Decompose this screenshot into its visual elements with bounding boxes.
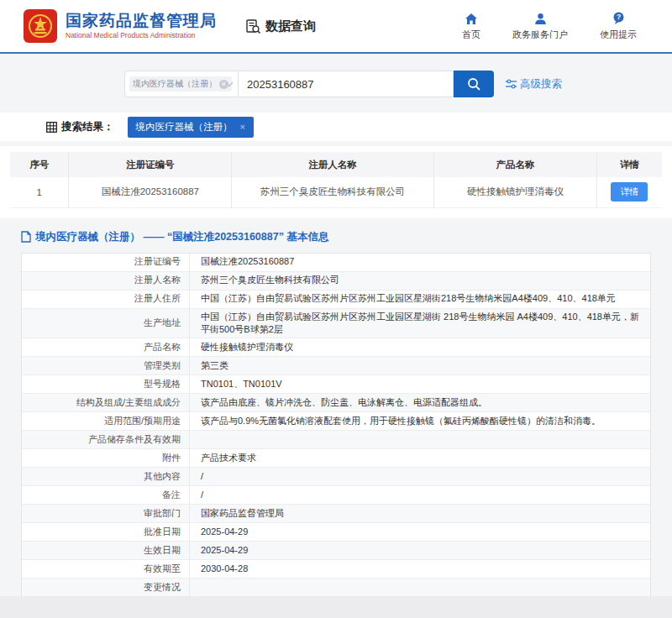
filter-tag-close-icon[interactable]: × — [240, 122, 245, 132]
search-input[interactable] — [239, 71, 454, 97]
nav-label-usage-tips: 使用提示 — [600, 29, 637, 41]
grid-icon — [46, 122, 57, 133]
detail-label: 备注 — [22, 486, 190, 504]
search-category-select[interactable]: 境内医疗器械（注册） × — [124, 71, 239, 97]
nav-item-home[interactable]: 首页 — [462, 11, 480, 41]
detail-row-change-status: 变更情况 — [22, 579, 650, 597]
detail-value: 国械注准20253160887 — [190, 254, 650, 271]
detail-label: 有效期至 — [22, 560, 190, 578]
document-icon — [21, 231, 31, 243]
detail-value: TN0101、TN0101V — [190, 375, 650, 393]
detail-value: 该产品由底座、镜片冲洗仓、防尘盖、电泳解离仓、电源适配器组成。 — [190, 394, 650, 411]
detail-row-other-content: 其他内容 / — [22, 468, 650, 486]
detail-label: 产品储存条件及有效期 — [22, 431, 190, 448]
detail-value: 2025-04-29 — [190, 542, 650, 559]
col-header-index: 序号 — [10, 152, 69, 177]
detail-value: / — [190, 468, 650, 485]
results-table: 序号 注册证编号 注册人名称 产品名称 详情 1 国械注准20253160887… — [10, 152, 662, 208]
detail-label: 审批部门 — [22, 505, 190, 522]
detail-row-reg-no: 注册证编号 国械注准20253160887 — [22, 254, 650, 272]
detail-label: 适用范围/预期用途 — [22, 412, 190, 430]
detail-label: 产品名称 — [22, 338, 190, 356]
detail-row-approval-dept: 审批部门 国家药品监督管理局 — [22, 505, 650, 523]
detail-row-management-class: 管理类别 第三类 — [22, 357, 650, 375]
site-title: 国家药品监督管理局 — [66, 12, 217, 30]
detail-label: 结构及组成/主要组成成分 — [22, 394, 190, 411]
col-header-product: 产品名称 — [433, 152, 596, 177]
cell-index: 1 — [10, 177, 69, 207]
detail-row-product-name: 产品名称 硬性接触镜护理消毒仪 — [22, 338, 650, 357]
detail-value: 国家药品监督管理局 — [190, 505, 650, 522]
col-header-detail: 详情 — [596, 152, 662, 177]
national-emblem-icon — [24, 9, 57, 43]
search-results-bar: 搜索结果： 境内医疗器械（注册） × — [0, 113, 672, 141]
detail-label: 其他内容 — [22, 468, 190, 485]
nav-item-usage-tips[interactable]: ? 使用提示 — [600, 11, 637, 41]
detail-value: 产品技术要求 — [190, 449, 650, 467]
module-data-query[interactable]: 数据查询 — [245, 18, 316, 34]
detail-value: 中国（江苏）自由贸易试验区苏州片区苏州工业园区星湖街218号生物纳米园A4楼40… — [190, 291, 650, 308]
detail-value: 硬性接触镜护理消毒仪 — [190, 338, 650, 356]
detail-label: 批准日期 — [22, 523, 190, 541]
nav-label-home: 首页 — [462, 29, 480, 41]
search-area: 境内医疗器械（注册） × 高级搜索 — [124, 71, 672, 97]
col-header-reg-no: 注册证编号 — [69, 152, 232, 177]
results-table-block: 序号 注册证编号 注册人名称 产品名称 详情 1 国械注准20253160887… — [0, 146, 672, 218]
results-bar-label: 搜索结果： — [61, 120, 114, 134]
header: 国家药品监督管理局 National Medical Products Admi… — [0, 0, 672, 54]
search-button[interactable] — [454, 71, 494, 97]
detail-row-expiry-date: 有效期至 2030-04-28 — [22, 560, 650, 579]
detail-label: 生效日期 — [22, 542, 190, 559]
hint-bubble-icon: ? — [612, 11, 625, 25]
detail-value — [190, 579, 650, 596]
results-filter-tag[interactable]: 境内医疗器械（注册） × — [128, 117, 254, 138]
module-label: 数据查询 — [265, 18, 316, 34]
detail-row-registrant-name: 注册人名称 苏州三个臭皮匠生物科技有限公司 — [22, 272, 650, 291]
filter-icon — [506, 79, 517, 89]
detail-row-model-spec: 型号规格 TN0101、TN0101V — [22, 375, 650, 394]
advanced-search-link[interactable]: 高级搜索 — [506, 77, 562, 92]
results-filter-tag-label: 境内医疗器械（注册） — [136, 121, 233, 134]
footer-band — [0, 596, 672, 618]
detail-label: 注册人名称 — [22, 272, 190, 290]
detail-label: 管理类别 — [22, 357, 190, 374]
detail-row-storage-validity: 产品储存条件及有效期 — [22, 431, 650, 449]
detail-row-production-address: 生产地址 中国（江苏）自由贸易试验区苏州片区苏州工业园区星湖街 218号生物纳米… — [22, 309, 650, 339]
basic-info-section-title: 境内医疗器械（注册） —— “国械注准20253160887” 基本信息 — [35, 230, 328, 244]
site-subtitle: National Medical Products Administration — [66, 32, 217, 40]
basic-info-section-header: 境内医疗器械（注册） —— “国械注准20253160887” 基本信息 — [21, 230, 672, 244]
nav-label-gov-portal: 政务服务门户 — [512, 29, 568, 41]
detail-label: 型号规格 — [22, 375, 190, 393]
header-nav: 首页 政务服务门户 ? 使用提示 — [462, 11, 637, 41]
detail-label: 注册人住所 — [22, 291, 190, 308]
col-header-registrant: 注册人名称 — [232, 152, 434, 177]
detail-row-intended-use: 适用范围/预期用途 该产品与0.9%无菌氯化钠溶液配套使用，用于硬性接触镜（氟硅… — [22, 412, 650, 431]
category-tag: 境内医疗器械（注册） × — [129, 76, 232, 92]
site-title-block: 国家药品监督管理局 National Medical Products Admi… — [66, 12, 217, 40]
cell-registrant: 苏州三个臭皮匠生物科技有限公司 — [232, 177, 434, 207]
detail-value: 2030-04-28 — [190, 560, 650, 578]
detail-value: 中国（江苏）自由贸易试验区苏州片区苏州工业园区星湖街 218号生物纳米园 A4楼… — [190, 309, 650, 338]
detail-value — [190, 431, 650, 448]
detail-value: 2025-04-29 — [190, 523, 650, 541]
detail-row-effective-date: 生效日期 2025-04-29 — [22, 542, 650, 560]
row-detail-button[interactable]: 详情 — [611, 182, 648, 202]
detail-row-approval-date: 批准日期 2025-04-29 — [22, 523, 650, 542]
detail-value: 第三类 — [190, 357, 650, 374]
chevron-down-icon — [225, 81, 234, 87]
search-icon — [467, 77, 481, 92]
home-icon — [465, 11, 478, 25]
detail-row-registrant-address: 注册人住所 中国（江苏）自由贸易试验区苏州片区苏州工业园区星湖街218号生物纳米… — [22, 291, 650, 309]
results-header-row: 序号 注册证编号 注册人名称 产品名称 详情 — [10, 152, 662, 177]
detail-value: 苏州三个臭皮匠生物科技有限公司 — [190, 272, 650, 290]
detail-row-composition: 结构及组成/主要组成成分 该产品由底座、镜片冲洗仓、防尘盖、电泳解离仓、电源适配… — [22, 394, 650, 412]
site-logo[interactable]: 国家药品监督管理局 National Medical Products Admi… — [24, 9, 217, 43]
nav-item-gov-portal[interactable]: 政务服务门户 — [512, 11, 568, 41]
data-query-icon — [245, 18, 261, 34]
detail-value: 该产品与0.9%无菌氯化钠溶液配套使用，用于硬性接触镜（氟硅丙烯酸酯硬性镜）的清… — [190, 412, 650, 430]
basic-info-table: 注册证编号 国械注准20253160887 注册人名称 苏州三个臭皮匠生物科技有… — [21, 253, 651, 617]
cell-reg-no: 国械注准20253160887 — [69, 177, 232, 207]
detail-label: 变更情况 — [22, 579, 190, 596]
detail-label: 注册证编号 — [22, 254, 190, 271]
detail-row-attachment: 附件 产品技术要求 — [22, 449, 650, 468]
